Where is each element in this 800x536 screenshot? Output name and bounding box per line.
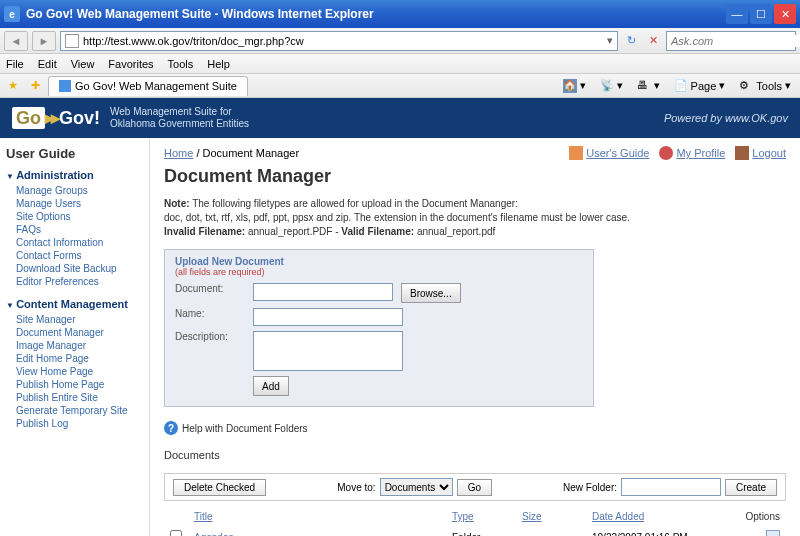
add-favorite-icon[interactable]: ✚	[26, 77, 44, 95]
sidebar-link[interactable]: Document Manager	[6, 326, 143, 339]
add-button[interactable]: Add	[253, 376, 289, 396]
url-dropdown-icon[interactable]: ▾	[607, 34, 613, 47]
page-tool-icon: 📄	[674, 79, 688, 93]
sidebar-link[interactable]: Publish Log	[6, 417, 143, 430]
back-button[interactable]: ◄	[4, 31, 28, 51]
my-profile-link[interactable]: My Profile	[659, 146, 725, 160]
sidebar-section-0[interactable]: Administration	[6, 169, 143, 181]
menu-tools[interactable]: Tools	[168, 58, 194, 70]
app-header: Go▸▸Gov! Web Management Suite for Oklaho…	[0, 98, 800, 138]
name-label: Name:	[175, 308, 245, 319]
logo-subtitle: Web Management Suite for Oklahoma Govern…	[110, 106, 249, 130]
feeds-tool[interactable]: 📡▾	[595, 78, 628, 94]
menu-view[interactable]: View	[71, 58, 95, 70]
upload-box: Upload New Document (all fields are requ…	[164, 249, 594, 407]
sidebar-link[interactable]: Publish Home Page	[6, 378, 143, 391]
col-size[interactable]: Size	[516, 507, 586, 526]
move-to-select[interactable]: Documents	[380, 478, 453, 496]
description-textarea[interactable]	[253, 331, 403, 371]
row-title-link[interactable]: Agendas	[194, 532, 233, 537]
page-icon	[65, 34, 79, 48]
door-icon	[735, 146, 749, 160]
breadcrumb-home[interactable]: Home	[164, 147, 193, 159]
tab-bar: ★ ✚ Go Gov! Web Management Suite 🏠▾ 📡▾ 🖶…	[0, 74, 800, 98]
sidebar-title: User Guide	[6, 146, 143, 161]
menu-edit[interactable]: Edit	[38, 58, 57, 70]
go-button[interactable]: Go	[457, 479, 492, 496]
stop-button[interactable]: ✕	[644, 32, 662, 50]
tools-tool[interactable]: ⚙Tools ▾	[734, 78, 796, 94]
sidebar-link[interactable]: Site Manager	[6, 313, 143, 326]
address-bar[interactable]: ▾	[60, 31, 618, 51]
print-tool[interactable]: 🖶▾	[632, 78, 665, 94]
row-checkbox[interactable]	[170, 530, 182, 536]
menu-favorites[interactable]: Favorites	[108, 58, 153, 70]
sidebar-link[interactable]: FAQs	[6, 223, 143, 236]
sidebar-link[interactable]: Image Manager	[6, 339, 143, 352]
sidebar-link[interactable]: Edit Home Page	[6, 352, 143, 365]
browse-button[interactable]: Browse...	[401, 283, 461, 303]
browser-tab[interactable]: Go Gov! Web Management Suite	[48, 76, 248, 96]
move-to-label: Move to:	[337, 482, 375, 493]
forward-button[interactable]: ►	[32, 31, 56, 51]
maximize-button[interactable]: ☐	[750, 4, 772, 24]
home-icon: 🏠	[563, 79, 577, 93]
window-title: Go Gov! Web Management Suite - Windows I…	[26, 7, 726, 21]
sidebar-link[interactable]: Contact Information	[6, 236, 143, 249]
documents-toolbar: Delete Checked Move to: Documents Go New…	[164, 473, 786, 501]
breadcrumb-current: Document Manager	[203, 147, 300, 159]
minimize-button[interactable]: —	[726, 4, 748, 24]
gear-icon: ⚙	[739, 79, 753, 93]
sidebar-link[interactable]: Manage Groups	[6, 184, 143, 197]
window-buttons: — ☐ ✕	[726, 4, 796, 24]
documents-heading: Documents	[164, 449, 786, 461]
help-link[interactable]: ? Help with Document Folders	[164, 421, 786, 435]
sidebar-link[interactable]: Manage Users	[6, 197, 143, 210]
sidebar-link[interactable]: Contact Forms	[6, 249, 143, 262]
logo: Go▸▸Gov!	[12, 107, 100, 129]
refresh-button[interactable]: ↻	[622, 32, 640, 50]
page-tool[interactable]: 📄Page ▾	[669, 78, 731, 94]
url-input[interactable]	[83, 35, 603, 47]
edit-icon[interactable]	[766, 530, 780, 536]
create-button[interactable]: Create	[725, 479, 777, 496]
window-titlebar: e Go Gov! Web Management Suite - Windows…	[0, 0, 800, 28]
search-box[interactable]: 🔍	[666, 31, 796, 51]
document-label: Document:	[175, 283, 245, 294]
sidebar-link[interactable]: Site Options	[6, 210, 143, 223]
row-date: 10/22/2007 01:16 PM	[586, 526, 726, 536]
feeds-icon: 📡	[600, 79, 614, 93]
documents-table: Title Type Size Date Added Options Agend…	[164, 507, 786, 536]
sidebar-link[interactable]: Publish Entire Site	[6, 391, 143, 404]
col-type[interactable]: Type	[446, 507, 516, 526]
col-date[interactable]: Date Added	[586, 507, 726, 526]
ie-icon: e	[4, 6, 20, 22]
favorites-star-icon[interactable]: ★	[4, 77, 22, 95]
sidebar-link[interactable]: Generate Temporary Site	[6, 404, 143, 417]
delete-checked-button[interactable]: Delete Checked	[173, 479, 266, 496]
sidebar-link[interactable]: Download Site Backup	[6, 262, 143, 275]
home-tool[interactable]: 🏠▾	[558, 78, 591, 94]
document-file-input[interactable]	[253, 283, 393, 301]
search-input[interactable]	[671, 35, 800, 47]
menu-file[interactable]: File	[6, 58, 24, 70]
book-icon	[569, 146, 583, 160]
navigation-bar: ◄ ► ▾ ↻ ✕ 🔍	[0, 28, 800, 54]
row-type: Folder	[446, 526, 516, 536]
close-button[interactable]: ✕	[774, 4, 796, 24]
logout-link[interactable]: Logout	[735, 146, 786, 160]
col-options: Options	[726, 507, 786, 526]
col-title[interactable]: Title	[188, 507, 446, 526]
menu-help[interactable]: Help	[207, 58, 230, 70]
description-label: Description:	[175, 331, 245, 342]
tab-favicon-icon	[59, 80, 71, 92]
sidebar-section-1[interactable]: Content Management	[6, 298, 143, 310]
logo-arrows-icon: ▸▸	[45, 108, 57, 128]
users-guide-link[interactable]: User's Guide	[569, 146, 649, 160]
upload-legend: Upload New Document	[175, 256, 583, 267]
person-icon	[659, 146, 673, 160]
new-folder-input[interactable]	[621, 478, 721, 496]
name-input[interactable]	[253, 308, 403, 326]
sidebar-link[interactable]: View Home Page	[6, 365, 143, 378]
sidebar-link[interactable]: Editor Preferences	[6, 275, 143, 288]
